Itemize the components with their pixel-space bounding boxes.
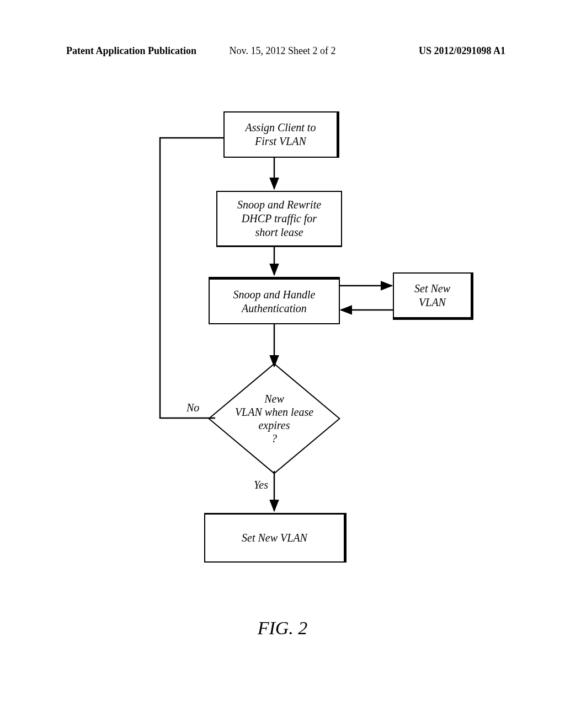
label-no: No xyxy=(186,402,199,414)
step-assign-client-text: Assign Client toFirst VLAN xyxy=(240,117,322,152)
step-snoop-rewrite-text: Snoop and RewriteDHCP traffic forshort l… xyxy=(232,195,327,243)
step-assign-client: Assign Client toFirst VLAN xyxy=(223,111,339,158)
step-set-new-vlan-final-text: Set New VLAN xyxy=(236,528,313,548)
step-set-new-vlan-final: Set New VLAN xyxy=(204,513,347,563)
label-yes: Yes xyxy=(254,479,268,491)
figure-caption: FIG. 2 xyxy=(0,618,565,639)
step-set-new-vlan-side: Set NewVLAN xyxy=(393,272,473,320)
step-snoop-auth: Snoop and HandleAuthentication xyxy=(209,277,340,324)
step-snoop-rewrite: Snoop and RewriteDHCP traffic forshort l… xyxy=(216,191,342,247)
flowchart: Assign Client toFirst VLAN Snoop and Rew… xyxy=(0,94,565,645)
step-set-new-vlan-side-text: Set NewVLAN xyxy=(409,279,456,313)
header-right: US 2012/0291098 A1 xyxy=(419,45,505,57)
header-left: Patent Application Publication xyxy=(66,45,196,57)
decision-new-vlan: NewVLAN when leaseexpires? xyxy=(214,366,335,471)
page-header: Patent Application Publication Nov. 15, … xyxy=(0,45,565,57)
header-center: Nov. 15, 2012 Sheet 2 of 2 xyxy=(230,45,336,57)
decision-text: NewVLAN when leaseexpires? xyxy=(235,392,313,445)
step-snoop-auth-text: Snoop and HandleAuthentication xyxy=(228,285,321,319)
